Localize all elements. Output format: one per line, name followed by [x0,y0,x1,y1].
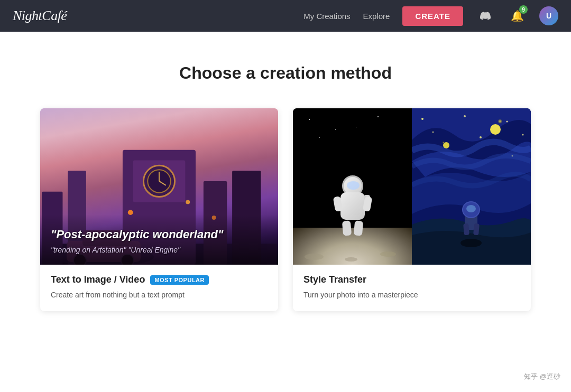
discord-button[interactable] [476,6,495,25]
svg-point-33 [305,254,324,260]
overlay-text-block: "Post-apocalyptic wonderland" "trending … [40,214,278,265]
svg-rect-52 [463,223,469,236]
text-to-image-card[interactable]: "Post-apocalyptic wonderland" "trending … [40,108,278,311]
create-button[interactable]: CREATE [402,6,463,26]
notifications-button[interactable]: 🔔 9 [508,6,527,25]
svg-point-46 [480,136,482,138]
explore-link[interactable]: Explore [363,12,390,21]
style-transfer-title: Style Transfer [303,274,366,285]
svg-point-51 [466,205,476,212]
star [309,119,310,120]
svg-point-43 [506,121,508,123]
star [377,116,379,117]
svg-point-48 [461,239,482,247]
svg-point-34 [345,257,357,262]
svg-point-44 [522,134,524,136]
user-avatar[interactable]: U [539,6,558,25]
nav-right: My Creations Explore CREATE 🔔 9 U [303,6,558,26]
svg-point-38 [490,124,501,135]
svg-point-35 [380,251,396,257]
svg-rect-53 [473,223,480,236]
most-popular-badge: MOST POPULAR [150,275,209,285]
my-creations-link[interactable]: My Creations [303,12,350,21]
card-description: Create art from nothing but a text promp… [51,290,268,301]
card-title: Text to Image / Video [51,274,145,285]
star [335,129,336,130]
overlay-tags: "trending on Artstation" "Unreal Engine" [51,246,268,254]
header: NightCafé My Creations Explore CREATE 🔔 … [0,0,571,32]
text-to-image-preview: "Post-apocalyptic wonderland" "trending … [40,108,278,265]
overlay-quote: "Post-apocalyptic wonderland" [51,227,268,242]
starry-night-svg [412,108,531,265]
astronaut-photo [293,108,412,265]
style-transfer-description: Turn your photo into a masterpiece [303,290,520,301]
star [319,137,320,138]
card-title-row-2: Style Transfer [303,274,520,285]
svg-point-26 [186,200,190,204]
text-to-image-info: Text to Image / Video MOST POPULAR Creat… [40,265,278,311]
main-content: Choose a creation method [0,32,571,392]
starry-night-painting [412,108,531,265]
notification-badge: 9 [519,5,528,14]
astronaut-figure [340,175,365,236]
svg-point-42 [464,115,466,117]
svg-point-45 [432,132,434,133]
style-transfer-info: Style Transfer Turn your photo into a ma… [293,265,531,311]
style-transfer-card[interactable]: Style Transfer Turn your photo into a ma… [293,108,531,311]
card-title-row: Text to Image / Video MOST POPULAR [51,274,268,285]
logo[interactable]: NightCafé [13,8,67,24]
svg-point-41 [421,118,423,120]
style-transfer-preview [293,108,531,265]
page-title: Choose a creation method [11,63,560,83]
star [356,127,357,127]
cards-grid: "Post-apocalyptic wonderland" "trending … [21,108,550,311]
discord-icon [480,11,491,21]
